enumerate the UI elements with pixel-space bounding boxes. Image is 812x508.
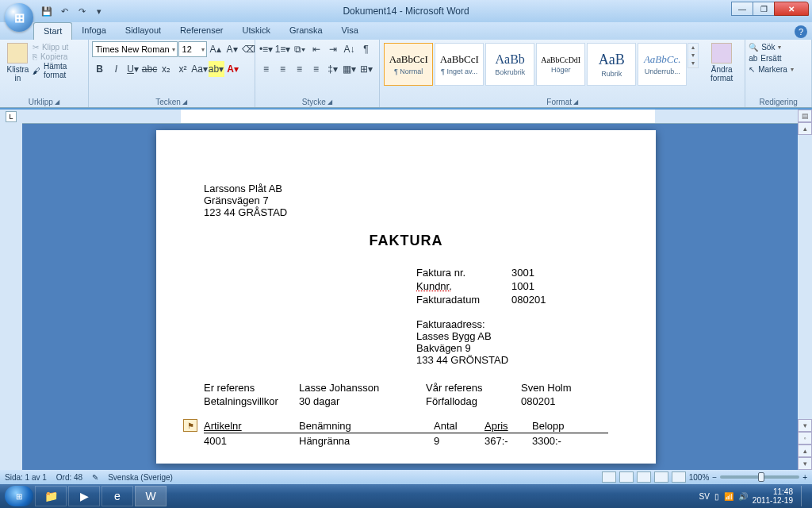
strike-button[interactable]: abc [142, 61, 158, 77]
select-button[interactable]: ↖Markera▾ [749, 65, 795, 74]
media-taskbar-icon[interactable]: ▶ [68, 486, 100, 506]
borders-button[interactable]: ⊞▾ [358, 61, 374, 77]
redo-icon[interactable]: ↷ [75, 4, 89, 18]
flag-icon[interactable]: ▯ [714, 492, 719, 501]
outdent-button[interactable]: ⇤ [308, 41, 324, 57]
save-icon[interactable]: 💾 [40, 4, 54, 18]
dialog-launcher-icon[interactable]: ◢ [573, 98, 578, 106]
styles-scroll[interactable]: ▴▾▾ [688, 43, 699, 68]
zoom-out-button[interactable]: − [712, 473, 717, 482]
font-name-combo[interactable]: Times New Roman▾ [92, 41, 178, 57]
outline-view[interactable] [654, 471, 668, 483]
start-button[interactable]: ⊞ [5, 486, 33, 506]
cut-button[interactable]: ✂Klipp ut [33, 43, 85, 52]
multilevel-button[interactable]: ⧉▾ [292, 41, 308, 57]
proof-icon[interactable]: ✎ [92, 473, 98, 482]
align-right-button[interactable]: ≡ [292, 61, 308, 77]
explorer-taskbar-icon[interactable]: 📁 [35, 486, 67, 506]
shading-button[interactable]: ▦▾ [342, 61, 358, 77]
office-button[interactable]: ⊞ [5, 3, 33, 32]
font-size-combo[interactable]: 12▾ [178, 41, 207, 57]
zoom-in-button[interactable]: + [802, 473, 807, 482]
clear-format-icon[interactable]: ⌫ [241, 41, 257, 57]
italic-button[interactable]: I [109, 61, 124, 77]
align-center-button[interactable]: ≡ [275, 61, 291, 77]
brush-icon: 🖌 [33, 67, 40, 75]
style-heading[interactable]: AaBRubrik [587, 43, 636, 86]
binoculars-icon: 🔍 [749, 43, 758, 52]
find-button[interactable]: 🔍Sök▾ [749, 43, 783, 52]
scissors-icon: ✂ [33, 43, 39, 52]
showhide-button[interactable]: ¶ [358, 41, 374, 57]
style-right[interactable]: AaBbCcDdIHöger [536, 43, 585, 86]
network-icon[interactable]: 📶 [724, 492, 733, 501]
draft-view[interactable] [672, 471, 686, 483]
change-styles-button[interactable]: Ändra format [702, 41, 741, 83]
page-indicator[interactable]: Sida: 1 av 1 [5, 473, 47, 482]
change-case-button[interactable]: Aa▾ [192, 61, 208, 77]
grow-font-icon[interactable]: A▴ [208, 41, 224, 57]
align-left-button[interactable]: ≡ [259, 61, 274, 77]
help-icon[interactable]: ? [795, 25, 807, 38]
show-desktop-button[interactable] [801, 486, 807, 506]
font-color-button[interactable]: A▾ [225, 61, 241, 77]
full-screen-view[interactable] [619, 471, 634, 483]
line-spacing-button[interactable]: ‡▾ [325, 61, 341, 77]
undo-icon[interactable]: ↶ [57, 4, 71, 18]
shrink-font-icon[interactable]: A▾ [224, 41, 240, 57]
system-clock[interactable]: 11:48 2011-12-19 [753, 487, 796, 505]
vertical-scrollbar[interactable]: ▤ ▴ ▾ ◦ ▴ ▾ [798, 110, 812, 470]
superscript-button[interactable]: x² [175, 61, 191, 77]
dialog-launcher-icon[interactable]: ◢ [182, 98, 187, 106]
ie-taskbar-icon[interactable]: e [102, 486, 133, 506]
tab-selector[interactable]: L [6, 111, 17, 122]
word-count[interactable]: Ord: 48 [56, 473, 82, 482]
tab-start[interactable]: Start [33, 22, 72, 40]
copy-icon: ⎘ [33, 52, 37, 61]
status-bar: Sida: 1 av 1 Ord: 48 ✎ Svenska (Sverige)… [0, 470, 812, 484]
numbering-button[interactable]: 1≡▾ [275, 41, 291, 57]
ruler-toggle[interactable]: ▤ [798, 110, 812, 122]
style-booktitle[interactable]: AaBbBokrubrik [485, 43, 534, 86]
web-layout-view[interactable] [637, 471, 651, 483]
lang-tray[interactable]: SV [699, 492, 710, 501]
replace-button[interactable]: abErsätt [749, 54, 781, 63]
highlight-button[interactable]: ab▾ [209, 61, 224, 77]
qat-more-icon[interactable]: ▾ [92, 4, 106, 18]
style-normal[interactable]: AaBbCcI¶ Normal [384, 43, 433, 86]
dialog-launcher-icon[interactable]: ◢ [327, 98, 332, 106]
paste-button[interactable]: Klistra in [3, 41, 33, 83]
tab-infoga[interactable]: Infoga [72, 22, 116, 40]
sound-icon[interactable]: 🔊 [738, 492, 748, 501]
underline-button[interactable]: U▾ [125, 61, 141, 77]
style-nospacing[interactable]: AaBbCcI¶ Inget av... [435, 43, 484, 86]
bullets-button[interactable]: •≡▾ [259, 41, 274, 57]
zoom-slider[interactable] [720, 475, 799, 479]
dialog-launcher-icon[interactable]: ◢ [55, 98, 59, 106]
tab-referenser[interactable]: Referenser [170, 22, 232, 40]
quick-access-toolbar: 💾 ↶ ↷ ▾ [40, 4, 106, 18]
subscript-button[interactable]: x₂ [159, 61, 174, 77]
document-page[interactable]: Larssons Plåt AB Gränsvägen 7 123 44 GRÅ… [156, 130, 656, 464]
tab-granska[interactable]: Granska [280, 22, 332, 40]
indent-button[interactable]: ⇥ [325, 41, 341, 57]
style-subtitle[interactable]: AaBbCc.Underrub... [638, 43, 687, 86]
print-layout-view[interactable] [602, 471, 616, 483]
zoom-label[interactable]: 100% [689, 473, 710, 482]
tab-sidlayout[interactable]: Sidlayout [116, 22, 170, 40]
sort-button[interactable]: A↓ [342, 41, 358, 57]
smart-tag-icon[interactable]: ⚑ [183, 419, 197, 432]
close-button[interactable]: ✕ [774, 2, 809, 16]
word-taskbar-icon[interactable]: W [135, 486, 167, 506]
tab-visa[interactable]: Visa [332, 22, 368, 40]
company-name: Larssons Plåt AB [204, 183, 608, 194]
bold-button[interactable]: B [92, 61, 108, 77]
maximize-button[interactable]: ❐ [753, 2, 775, 16]
copy-button[interactable]: ⎘Kopiera [33, 52, 85, 61]
tab-utskick[interactable]: Utskick [233, 22, 280, 40]
language-indicator[interactable]: Svenska (Sverige) [108, 473, 173, 482]
horizontal-ruler[interactable] [22, 110, 798, 124]
justify-button[interactable]: ≡ [308, 61, 324, 77]
minimize-button[interactable]: — [731, 2, 753, 16]
format-painter-button[interactable]: 🖌Hämta format [33, 62, 85, 79]
